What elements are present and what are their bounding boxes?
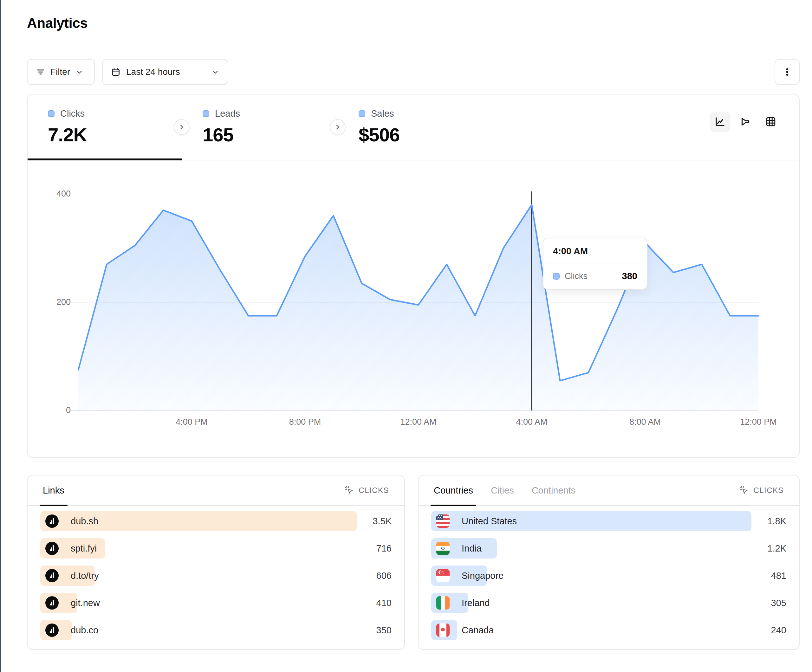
links-metric-toggle[interactable]: CLICKS	[345, 486, 389, 495]
row-label: spti.fyi	[71, 543, 97, 554]
row-content: India	[431, 538, 482, 559]
row-content: Ireland	[431, 593, 490, 613]
date-range-button[interactable]: Last 24 hours	[102, 59, 228, 85]
row-content: dub.sh	[40, 511, 98, 531]
link-row[interactable]: git.new410	[40, 593, 392, 613]
row-value: 410	[376, 593, 392, 613]
row-value: 481	[771, 566, 786, 586]
stat-value: $506	[358, 124, 515, 146]
stat-value: 165	[203, 124, 338, 146]
analytics-chart-card: Clicks7.2KLeads165Sales$506 4:00 AM Clic…	[27, 94, 800, 458]
links-metric-label: CLICKS	[358, 486, 389, 495]
row-value: 240	[771, 620, 786, 640]
tab-cities[interactable]: Cities	[491, 475, 514, 506]
table-view-button[interactable]	[761, 112, 781, 132]
geo-metric-label: CLICKS	[753, 486, 784, 495]
more-options-button[interactable]	[774, 59, 800, 85]
stat-tab-leads[interactable]: Leads165	[182, 94, 338, 160]
clicks-area-chart[interactable]: 4:00 AM Clicks 380 02004004:00 PM8:00 PM…	[27, 160, 799, 457]
click-cursor-icon	[345, 486, 354, 495]
geo-metric-toggle[interactable]: CLICKS	[739, 486, 784, 495]
kebab-menu-icon	[782, 67, 792, 77]
row-value: 1.2K	[767, 538, 786, 559]
grid-icon	[765, 116, 776, 128]
row-label: dub.co	[71, 625, 98, 636]
expand-stats-button[interactable]	[174, 119, 189, 135]
dub-logo-icon	[45, 624, 59, 637]
tab-continents[interactable]: Continents	[532, 475, 576, 506]
row-label: United States	[462, 516, 517, 527]
flag-canada-icon	[436, 624, 450, 637]
line-chart-view-button[interactable]	[710, 112, 730, 132]
dub-logo-icon	[45, 569, 59, 582]
stat-tab-sales[interactable]: Sales$506	[338, 94, 515, 160]
chart-canvas[interactable]	[27, 160, 799, 458]
filter-button[interactable]: Filter	[27, 59, 95, 85]
page-title: Analytics	[27, 15, 87, 31]
dub-logo-icon	[45, 515, 59, 528]
clicks-legend-swatch	[48, 110, 55, 117]
links-list: dub.sh3.5Kspti.fyi716d.to/try606git.new4…	[40, 511, 392, 647]
tab-links[interactable]: Links	[43, 475, 64, 506]
stat-label: Sales	[371, 108, 394, 119]
country-row[interactable]: Canada240	[431, 620, 786, 640]
row-content: United States	[431, 511, 517, 531]
area-pattern	[78, 205, 758, 411]
click-cursor-icon	[739, 486, 749, 495]
row-content: Singapore	[431, 566, 503, 586]
flag-singapore-icon	[436, 569, 450, 582]
link-row[interactable]: spti.fyi716	[40, 538, 392, 559]
dub-logo-icon	[45, 542, 59, 555]
flag-sg-icon	[436, 569, 450, 582]
chart-tooltip: 4:00 AM Clicks 380	[543, 238, 647, 290]
row-value: 716	[376, 538, 392, 559]
dub-logo-icon	[45, 624, 59, 637]
flag-ireland-icon	[436, 596, 450, 609]
flag-india-icon	[436, 542, 450, 555]
country-row[interactable]: United States1.8K	[431, 511, 786, 531]
countries-list: United States1.8KIndia1.2KSingapore481Ir…	[431, 511, 786, 647]
row-label: git.new	[71, 598, 100, 608]
row-value: 606	[376, 566, 392, 586]
row-label: dub.sh	[71, 516, 98, 527]
date-range-label: Last 24 hours	[126, 67, 180, 77]
x-axis-tick-label: 8:00 PM	[289, 417, 321, 427]
row-value: 1.8K	[767, 511, 786, 531]
dub-logo-icon	[45, 596, 59, 609]
chevron-right-icon	[334, 123, 342, 131]
row-label: Ireland	[462, 598, 490, 608]
country-row[interactable]: Ireland305	[431, 593, 786, 613]
stat-tab-clicks[interactable]: Clicks7.2K	[27, 94, 182, 160]
geo-card-header: Countries Cities Continents CLICKS	[418, 476, 799, 506]
stats-tabs-row: Clicks7.2KLeads165Sales$506	[27, 94, 799, 160]
y-axis-tick-label: 0	[27, 406, 71, 415]
row-content: Canada	[431, 620, 494, 640]
x-axis-tick-label: 8:00 AM	[629, 417, 661, 427]
calendar-icon	[111, 67, 121, 77]
tooltip-value: 380	[622, 271, 637, 281]
country-row[interactable]: India1.2K	[431, 538, 786, 559]
row-value: 305	[771, 593, 786, 613]
row-content: dub.co	[40, 620, 98, 640]
tab-countries[interactable]: Countries	[434, 475, 473, 506]
y-axis-tick-label: 400	[27, 189, 71, 199]
y-axis-tick-label: 200	[27, 297, 71, 307]
x-axis-tick-label: 4:00 AM	[516, 417, 547, 427]
stat-value: 7.2K	[48, 124, 182, 146]
row-value: 3.5K	[372, 511, 392, 531]
funnel-view-button[interactable]	[735, 112, 756, 132]
row-label: Canada	[462, 625, 494, 636]
dub-logo-icon	[45, 515, 59, 528]
country-row[interactable]: Singapore481	[431, 566, 786, 586]
flag-ca-icon	[436, 624, 450, 637]
flag-us-icon	[436, 515, 450, 528]
link-row[interactable]: d.to/try606	[40, 566, 392, 586]
chevron-down-icon	[75, 68, 84, 76]
link-row[interactable]: dub.co350	[40, 620, 392, 640]
x-axis-tick-label: 12:00 PM	[740, 417, 777, 427]
flag-in-icon	[436, 542, 450, 555]
chart-type-toggle-group	[710, 112, 781, 132]
expand-stats-button[interactable]	[330, 119, 346, 135]
link-row[interactable]: dub.sh3.5K	[40, 511, 392, 531]
row-content: spti.fyi	[40, 538, 97, 559]
